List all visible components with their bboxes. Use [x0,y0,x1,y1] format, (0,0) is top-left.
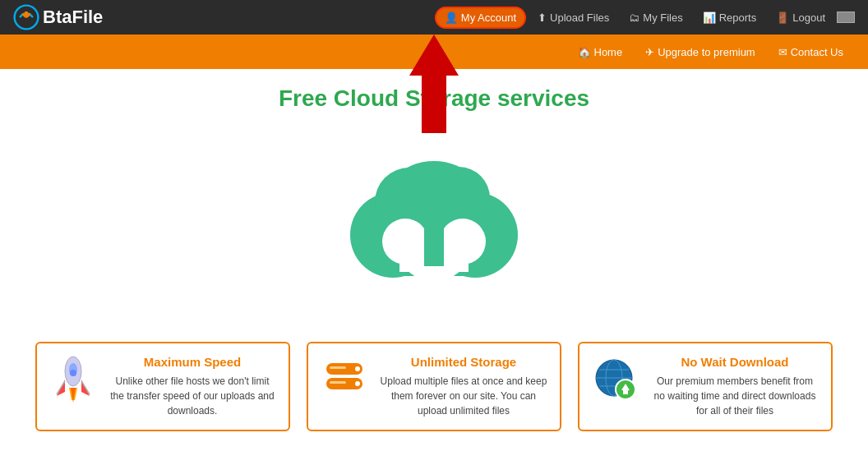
feature-card-speed: Maximum Speed Unlike other file hosts we… [35,342,290,431]
logo-text: BtaFile [43,7,103,28]
hero-title: Free Cloud Storage services [0,85,868,112]
hero-section: Free Cloud Storage services [0,69,868,325]
svg-point-27 [355,381,360,386]
download-title: No Wait Download [650,355,820,369]
top-nav-links: 👤 My Account ⬆ Upload Files 🗂 My Files 📊… [435,7,855,29]
storage-icon [320,355,369,404]
upload-icon: ⬆ [538,12,547,24]
feature-card-download: No Wait Download Our premium members ben… [578,342,833,431]
speed-content: Maximum Speed Unlike other file hosts we… [108,355,277,418]
features-section: Maximum Speed Unlike other file hosts we… [0,325,868,448]
storage-content: Unlimited Storage Upload multiple files … [379,355,548,418]
subnav-upgrade[interactable]: ✈ Upgrade to premium [637,43,764,62]
nav-logout[interactable]: 🚪 Logout [768,8,833,27]
speed-icon [48,355,98,404]
contact-label: Contact Us [791,46,843,58]
download-content: No Wait Download Our premium members ben… [650,355,820,418]
my-files-label: My Files [643,12,682,24]
contact-icon: ✉ [778,46,787,58]
logout-label: Logout [792,12,825,24]
storage-title: Unlimited Storage [379,355,548,369]
my-account-label: My Account [461,12,516,24]
speed-title: Maximum Speed [108,355,277,369]
feature-card-storage: Unlimited Storage Upload multiple files … [307,342,561,431]
my-account-icon: 👤 [445,12,458,24]
nav-upload-files[interactable]: ⬆ Upload Files [529,8,617,27]
svg-rect-28 [330,366,346,369]
logo[interactable]: BtaFile [13,4,103,30]
upload-label: Upload Files [550,12,609,24]
top-nav: BtaFile 👤 My Account ⬆ Upload Files 🗂 My… [0,0,868,35]
subnav-home[interactable]: 🏠 Home [570,43,631,62]
nav-my-account[interactable]: 👤 My Account [435,7,526,29]
nav-my-files[interactable]: 🗂 My Files [621,8,690,27]
cloud-upload-graphic [302,120,566,317]
svg-point-26 [355,366,360,371]
subnav-contact[interactable]: ✉ Contact Us [770,43,852,62]
home-icon: 🏠 [578,46,591,58]
upgrade-icon: ✈ [645,46,654,58]
home-label: Home [594,46,623,58]
sub-nav: 🏠 Home ✈ Upgrade to premium ✉ Contact Us [0,35,868,69]
download-icon [591,355,640,404]
speed-desc: Unlike other file hosts we don't limit t… [108,374,277,418]
upgrade-label: Upgrade to premium [658,46,755,58]
files-icon: 🗂 [629,12,639,24]
reports-icon: 📊 [703,12,716,24]
download-desc: Our premium members benefit from no wait… [650,374,820,418]
reports-label: Reports [719,12,757,24]
logout-icon: 🚪 [776,12,789,24]
storage-desc: Upload multiple files at once and keep t… [379,374,548,418]
language-flag[interactable] [837,12,855,23]
nav-reports[interactable]: 📊 Reports [695,8,765,27]
svg-rect-29 [330,381,346,384]
svg-point-1 [25,12,29,16]
svg-point-21 [70,370,76,376]
